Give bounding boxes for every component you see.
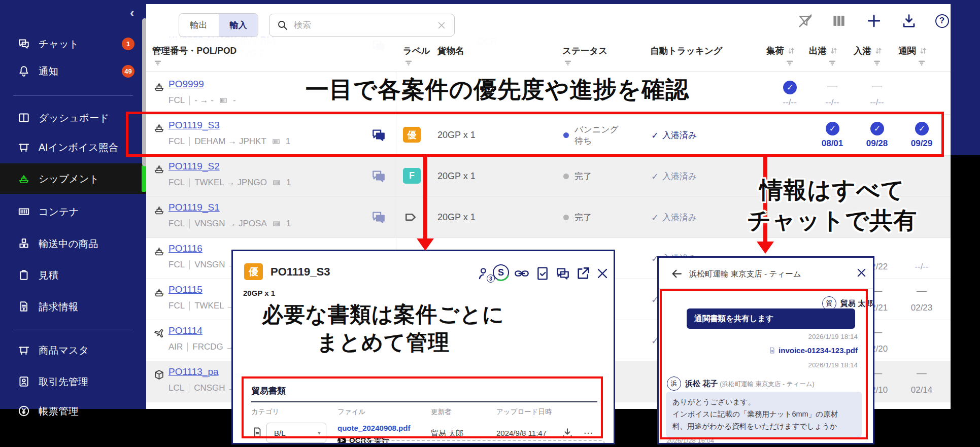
search-input[interactable]: 検索 [269,14,455,37]
row-subtitle: FCL- → -- [168,95,236,106]
shipment-link[interactable]: PO1115 [168,284,202,295]
help-icon[interactable]: ? [933,12,951,29]
filter-icon[interactable] [872,59,882,67]
ship-icon [153,80,165,93]
column-header-管理番号・POL/POD[interactable]: 管理番号・POL/POD [152,45,236,57]
collaborators-icon[interactable]: 3 [477,265,493,282]
filter-off-icon[interactable] [797,12,814,29]
link-icon[interactable] [514,265,530,282]
sidebar-item-label: シップメント [39,172,99,186]
filter-icon[interactable] [153,59,162,67]
tab-輸入[interactable]: 輸入 [219,14,258,37]
table-header: 管理番号・POL/PODラベル貨物名ステータス自動トラッキング集荷出港入港通関 [146,38,951,72]
sidebar-item-label: 通知 [39,64,58,78]
modal-subtitle: 20GP x 1 [243,289,275,297]
shipment-link[interactable]: PO9999 [168,79,204,90]
milestone-dash: — [917,367,927,379]
milestone-date: 02/23 [900,303,943,313]
highlight-box-row [126,112,944,157]
filter-icon[interactable] [828,59,837,67]
ship-icon [153,203,165,216]
filter-icon[interactable] [563,59,572,67]
highlight-box-docs [242,376,603,438]
sort-icon[interactable] [786,46,796,55]
file-dropzone[interactable] [337,440,605,444]
report-icon [17,404,30,418]
plane-icon [153,327,165,339]
boxes-icon [17,237,30,250]
column-header-集荷[interactable]: 集荷 [766,45,796,57]
filter-icon[interactable] [785,59,794,67]
plus-icon[interactable] [865,12,883,29]
milestone-dash: — [917,285,927,297]
clipboard-icon [17,268,30,282]
back-icon[interactable] [670,267,684,281]
auto-tracking-status: ✓入港済み [651,197,697,238]
s-logo-icon[interactable]: S [493,264,509,281]
milestone-date: --/-- [768,97,811,108]
status-dot [563,215,569,220]
sidebar-item-見積[interactable]: 見積 [0,261,146,289]
cargo-name: 20GP x 1 [437,197,476,238]
sidebar-item-帳票管理[interactable]: 帳票管理 [0,397,146,425]
sidebar-item-シップメント[interactable]: シップメント [0,163,146,194]
shipment-link[interactable]: PO1113_pa [168,366,219,377]
sidebar-item-商品マスタ[interactable]: 商品マスタ [0,336,146,364]
sort-icon[interactable] [918,46,928,55]
doc-check-icon[interactable] [534,265,551,282]
mode-tabs: 輸出輸入 [179,13,258,37]
sidebar-item-ダッシュボード[interactable]: ダッシュボード [0,104,146,132]
column-header-貨物名[interactable]: 貨物名 [437,45,464,57]
caption-modal: 必要な書類は案件ごとにまとめて管理 [218,300,548,356]
columns-icon[interactable] [830,12,848,29]
sidebar-item-請求情報[interactable]: 請求情報 [0,292,146,321]
sidebar-item-コンテナ[interactable]: コンテナ [0,197,146,226]
tab-輸出[interactable]: 輸出 [179,14,219,37]
column-header-通関[interactable]: 通関 [898,45,928,57]
arrow-head-to-chat [757,242,774,254]
download-icon[interactable] [900,12,918,29]
notification-badge: 1 [122,38,134,50]
column-header-ラベル[interactable]: ラベル [403,45,430,57]
sidebar-divider [13,95,133,96]
milestone-date: --/-- [856,97,898,108]
filter-icon[interactable] [404,59,413,67]
external-link-icon[interactable] [575,265,591,282]
row-subtitle: LCLCNSGH → [168,383,236,393]
sidebar: ‹ チャット1通知49ダッシュボードAIインボイス照合シップメントコンテナ輸送中… [0,0,146,409]
close-icon[interactable] [855,266,868,280]
column-header-自動トラッキング[interactable]: 自動トラッキング [650,45,722,57]
sidebar-collapse-icon[interactable]: ‹ [130,5,134,21]
sidebar-item-AIインボイス照合[interactable]: AIインボイス照合 [0,133,146,161]
sidebar-item-label: チャット [39,37,79,51]
close-icon[interactable] [594,265,611,282]
chat-icon[interactable] [370,168,387,184]
row-subtitle: FCLVNSGN → JPOSA1 [168,219,291,229]
chat-icon[interactable] [370,209,387,225]
clear-search-icon[interactable] [436,20,447,31]
milestone-date: 02/14 [900,385,943,395]
sort-icon[interactable] [873,46,884,55]
column-header-ステータス[interactable]: ステータス [562,45,607,57]
chat-icon[interactable] [555,265,571,282]
column-header-出港[interactable]: 出港 [809,45,839,57]
trolley-icon [17,141,30,154]
sort-icon[interactable] [829,46,839,55]
shipment-link[interactable]: PO1119_S2 [168,161,220,172]
container-mini-icon [218,96,228,105]
ship-icon [153,162,165,175]
sidebar-item-輸送中の商品[interactable]: 輸送中の商品 [0,229,146,258]
shipment-link[interactable]: PO1116 [168,243,202,254]
dashboard-icon [17,111,30,124]
column-header-入港[interactable]: 入港 [854,45,884,57]
sidebar-item-label: 帳票管理 [39,404,78,418]
shipment-link[interactable]: PO1119_S1 [168,202,220,213]
container-mini-icon [272,220,282,228]
search-icon [277,19,289,31]
shipment-link[interactable]: PO1114 [168,325,202,336]
sidebar-item-取引先管理[interactable]: 取引先管理 [0,367,146,396]
arrow-head-to-modal [417,238,434,251]
filter-icon[interactable] [917,59,926,67]
check-icon: ✓ [651,171,659,182]
priority-badge: 優 [244,263,263,280]
